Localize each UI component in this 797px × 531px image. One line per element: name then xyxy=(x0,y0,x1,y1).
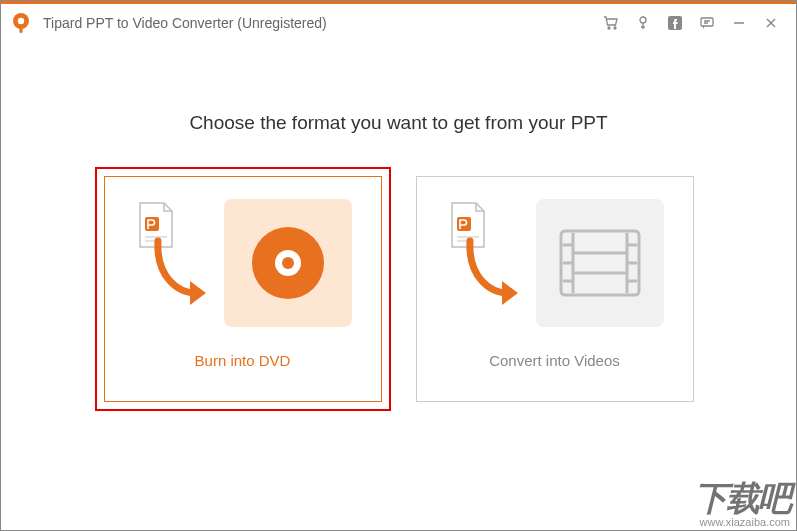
film-icon xyxy=(559,229,641,297)
facebook-icon[interactable] xyxy=(666,14,684,32)
burn-dvd-graphic xyxy=(118,191,368,336)
app-logo-icon xyxy=(9,11,33,35)
disc-icon xyxy=(249,224,327,302)
svg-rect-17 xyxy=(457,217,471,231)
watermark-text: 下载吧 xyxy=(694,476,790,522)
option-burn-dvd[interactable]: Burn into DVD xyxy=(104,176,382,402)
dvd-tile xyxy=(224,199,352,327)
svg-rect-2 xyxy=(19,27,22,33)
video-tile xyxy=(536,199,664,327)
arrow-icon xyxy=(152,237,210,313)
svg-point-16 xyxy=(282,257,294,269)
minimize-icon[interactable] xyxy=(730,14,748,32)
window-controls xyxy=(602,14,788,32)
svg-rect-7 xyxy=(701,18,713,26)
svg-point-1 xyxy=(18,18,24,24)
watermark-url: www.xiazaiba.com xyxy=(694,516,790,528)
option-row: Burn into DVD xyxy=(104,176,694,402)
option-label: Convert into Videos xyxy=(489,352,620,369)
title-bar: Tipard PPT to Video Converter (Unregiste… xyxy=(1,4,796,42)
svg-rect-11 xyxy=(145,217,159,231)
close-icon[interactable] xyxy=(762,14,780,32)
svg-point-3 xyxy=(608,27,610,29)
arrow-icon xyxy=(464,237,522,313)
watermark: 下载吧 www.xiazaiba.com xyxy=(694,476,790,528)
key-icon[interactable] xyxy=(634,14,652,32)
page-heading: Choose the format you want to get from y… xyxy=(189,112,607,134)
svg-point-5 xyxy=(640,17,646,23)
option-convert-video[interactable]: Convert into Videos xyxy=(416,176,694,402)
cart-icon[interactable] xyxy=(602,14,620,32)
option-label: Burn into DVD xyxy=(195,352,291,369)
main-content: Choose the format you want to get from y… xyxy=(1,42,796,402)
svg-point-4 xyxy=(614,27,616,29)
convert-video-graphic xyxy=(430,191,680,336)
feedback-icon[interactable] xyxy=(698,14,716,32)
app-title: Tipard PPT to Video Converter (Unregiste… xyxy=(43,15,602,31)
